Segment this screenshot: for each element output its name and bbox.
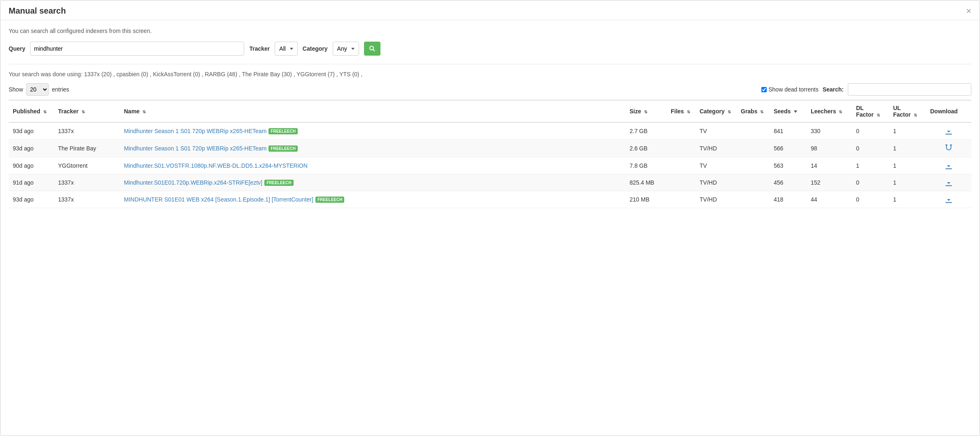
entries-select[interactable]: 10 20 50 100	[26, 83, 49, 96]
close-button[interactable]: ×	[966, 7, 971, 16]
cell-size: 7.8 GB	[625, 157, 667, 174]
cell-files	[667, 157, 695, 174]
cell-dl_factor: 0	[852, 174, 889, 191]
cell-name: MINDHUNTER S01E01 WEB x264 [Season.1.Epi…	[120, 191, 625, 208]
cell-download[interactable]	[926, 157, 971, 174]
download-arrow-icon[interactable]	[930, 127, 967, 135]
search-form: Query Tracker All Category Any	[9, 42, 971, 56]
torrent-name-link[interactable]: Mindhunter.S01.VOSTFR.1080p.NF.WEB-DL.DD…	[124, 162, 308, 169]
tracker-value: All	[279, 45, 286, 52]
cell-grabs	[737, 140, 770, 157]
cell-files	[667, 122, 695, 140]
cell-tracker: 1337x	[54, 122, 120, 140]
search-filter-input[interactable]	[848, 83, 971, 96]
freeleech-badge: FREELEECH	[315, 197, 345, 203]
cell-published: 93d ago	[9, 191, 54, 208]
cell-seeds: 563	[770, 157, 807, 174]
cell-tracker: 1337x	[54, 174, 120, 191]
cell-dl_factor: 0	[852, 122, 889, 140]
freeleech-badge: FREELEECH	[268, 145, 298, 152]
cell-seeds: 841	[770, 122, 807, 140]
svg-rect-5	[946, 169, 952, 169]
cell-category: TV	[695, 122, 737, 140]
show-dead-checkbox[interactable]	[761, 87, 767, 92]
torrent-name-link[interactable]: MINDHUNTER S01E01 WEB x264 [Season.1.Epi…	[124, 196, 313, 203]
cell-leechers: 152	[807, 174, 852, 191]
manual-search-modal: Manual search × You can search all confi…	[0, 0, 980, 436]
cell-size: 2.6 GB	[625, 140, 667, 157]
leechers-sort-icon: ⇅	[839, 110, 842, 114]
cell-grabs	[737, 157, 770, 174]
cell-published: 91d ago	[9, 174, 54, 191]
col-grabs[interactable]: Grabs ⇅	[737, 100, 770, 122]
divider	[9, 64, 971, 64]
cell-ul_factor: 1	[889, 174, 926, 191]
cell-tracker: The Pirate Bay	[54, 140, 120, 157]
cell-download[interactable]	[926, 174, 971, 191]
cell-tracker: 1337x	[54, 191, 120, 208]
table-row: 93d ago1337xMindhunter Season 1 S01 720p…	[9, 122, 971, 140]
name-sort-icon: ⇅	[142, 110, 146, 114]
controls-row: Show 10 20 50 100 entries Show dead torr…	[9, 83, 971, 96]
torrent-name-link[interactable]: Mindhunter Season 1 S01 720p WEBRip x265…	[124, 145, 266, 152]
download-arrow-icon[interactable]	[930, 162, 967, 170]
cell-category: TV/HD	[695, 140, 737, 157]
download-arrow-icon[interactable]	[930, 195, 967, 204]
results-info: Your search was done using: 1337x (20) ,…	[9, 71, 971, 77]
table-row: 90d agoYGGtorrentMindhunter.S01.VOSTFR.1…	[9, 157, 971, 174]
table-row: 93d agoThe Pirate BayMindhunter Season 1…	[9, 140, 971, 157]
cell-category: TV	[695, 157, 737, 174]
category-sort-icon: ⇅	[728, 110, 731, 114]
search-filter-label: Search:	[823, 86, 844, 93]
col-size[interactable]: Size ⇅	[625, 100, 667, 122]
cell-grabs	[737, 174, 770, 191]
col-published[interactable]: Published ⇅	[9, 100, 54, 122]
ul-sort-icon: ⇅	[914, 113, 917, 117]
cell-ul_factor: 1	[889, 191, 926, 208]
modal-header: Manual search ×	[0, 0, 980, 20]
col-name[interactable]: Name ⇅	[120, 100, 625, 122]
cell-size: 825.4 MB	[625, 174, 667, 191]
freeleech-badge: FREELEECH	[264, 180, 294, 186]
cell-download[interactable]	[926, 122, 971, 140]
cell-size: 2.7 GB	[625, 122, 667, 140]
torrent-name-link[interactable]: Mindhunter Season 1 S01 720p WEBRip x265…	[124, 128, 266, 134]
magnet-download-icon[interactable]	[930, 144, 967, 153]
download-arrow-icon[interactable]	[930, 178, 967, 187]
freeleech-badge: FREELEECH	[268, 128, 298, 134]
tracker-dropdown[interactable]: All	[275, 42, 298, 56]
cell-files	[667, 174, 695, 191]
col-dl-factor[interactable]: DLFactor ⇅	[852, 100, 889, 122]
col-tracker[interactable]: Tracker ⇅	[54, 100, 120, 122]
col-files[interactable]: Files ⇅	[667, 100, 695, 122]
cell-grabs	[737, 122, 770, 140]
query-label: Query	[9, 45, 25, 52]
col-ul-factor[interactable]: ULFactor ⇅	[889, 100, 926, 122]
query-input[interactable]	[30, 42, 244, 56]
category-dropdown[interactable]: Any	[333, 42, 359, 56]
cell-tracker: YGGtorrent	[54, 157, 120, 174]
col-leechers[interactable]: Leechers ⇅	[807, 100, 852, 122]
col-seeds[interactable]: Seeds	[770, 100, 807, 122]
tracker-sort-icon: ⇅	[82, 110, 85, 114]
cell-download[interactable]	[926, 140, 971, 157]
cell-seeds: 456	[770, 174, 807, 191]
cell-size: 210 MB	[625, 191, 667, 208]
right-controls: Show dead torrents Search:	[761, 83, 971, 96]
cell-published: 93d ago	[9, 122, 54, 140]
cell-name: Mindhunter Season 1 S01 720p WEBRip x265…	[120, 140, 625, 157]
cell-name: Mindhunter.S01.VOSTFR.1080p.NF.WEB-DL.DD…	[120, 157, 625, 174]
svg-rect-7	[946, 202, 952, 203]
svg-rect-2	[946, 134, 952, 135]
cell-files	[667, 191, 695, 208]
torrent-name-link[interactable]: Mindhunter.S01E01.720p.WEBRip.x264-STRiF…	[124, 179, 262, 186]
cell-download[interactable]	[926, 191, 971, 208]
show-label: Show	[9, 86, 23, 93]
cell-files	[667, 140, 695, 157]
cell-dl_factor: 0	[852, 140, 889, 157]
cell-ul_factor: 1	[889, 122, 926, 140]
cell-dl_factor: 1	[852, 157, 889, 174]
col-category[interactable]: Category ⇅	[695, 100, 737, 122]
cell-name: Mindhunter.S01E01.720p.WEBRip.x264-STRiF…	[120, 174, 625, 191]
search-button[interactable]	[364, 42, 380, 56]
